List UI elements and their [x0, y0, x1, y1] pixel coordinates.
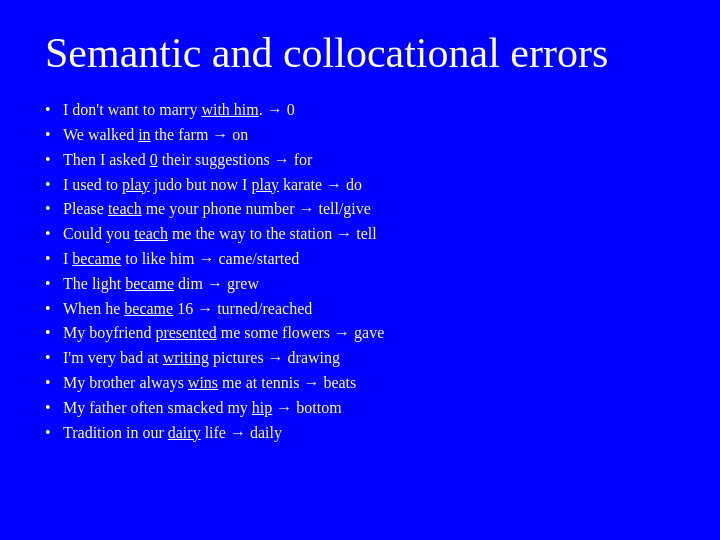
- list-item: My boyfriend presented me some flowers →…: [45, 321, 675, 346]
- list-item: When he became 16 → turned/reached: [45, 297, 675, 322]
- list-item: Please teach me your phone number → tell…: [45, 197, 675, 222]
- list-item: Tradition in our dairy life → daily: [45, 421, 675, 446]
- list-item: My father often smacked my hip → bottom: [45, 396, 675, 421]
- list-item: We walked in the farm → on: [45, 123, 675, 148]
- list-item: I don't want to marry with him. → 0: [45, 98, 675, 123]
- list-item: I'm very bad at writing pictures → drawi…: [45, 346, 675, 371]
- list-item: My brother always wins me at tennis → be…: [45, 371, 675, 396]
- slide: Semantic and collocational errors I don'…: [0, 0, 720, 540]
- list-item: Then I asked 0 their suggestions → for: [45, 148, 675, 173]
- list-item: The light became dim → grew: [45, 272, 675, 297]
- list-item: Could you teach me the way to the statio…: [45, 222, 675, 247]
- slide-title: Semantic and collocational errors: [45, 30, 675, 76]
- list-item: I used to play judo but now I play karat…: [45, 173, 675, 198]
- bullet-list: I don't want to marry with him. → 0We wa…: [45, 98, 675, 445]
- list-item: I became to like him → came/started: [45, 247, 675, 272]
